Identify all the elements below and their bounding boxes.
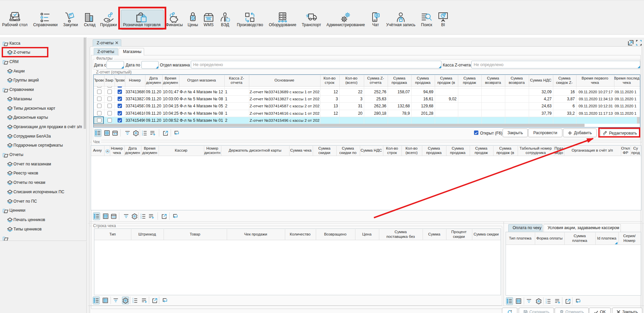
svg-text:3: 3 [546, 302, 547, 304]
svg-text:3: 3 [140, 217, 141, 219]
svg-text:3: 3 [132, 301, 133, 303]
svg-text:3: 3 [142, 134, 143, 136]
